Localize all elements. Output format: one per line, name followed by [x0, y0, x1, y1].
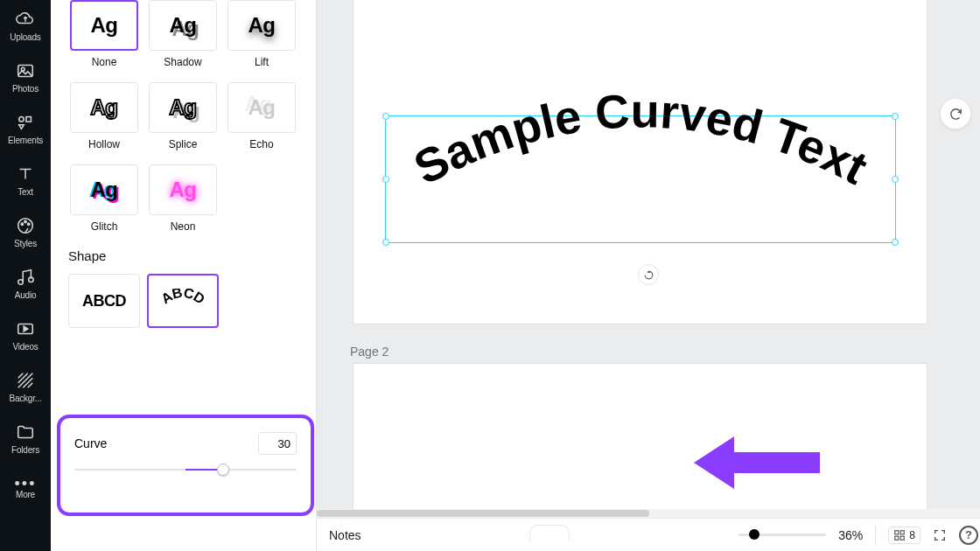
nav-item-videos[interactable]: Videos — [0, 310, 51, 361]
zoom-knob[interactable] — [749, 529, 760, 540]
slider-fill — [186, 469, 217, 471]
nav-item-elements[interactable]: Elements — [0, 103, 51, 155]
shape-heading: Shape — [68, 248, 298, 263]
nav-item-label: Styles — [14, 239, 37, 248]
nav-item-uploads[interactable]: Uploads — [0, 0, 51, 52]
nav-item-label: Videos — [12, 342, 38, 352]
svg-rect-12 — [895, 530, 899, 534]
nav-item-label: Elements — [8, 136, 43, 145]
effect-hollow[interactable]: Ag Hollow — [68, 82, 140, 150]
effect-label: Lift — [255, 56, 269, 68]
nav-item-background[interactable]: Backgr... — [0, 361, 51, 413]
nav-item-photos[interactable]: Photos — [0, 52, 51, 103]
svg-point-7 — [27, 223, 29, 225]
nav-item-label: Backgr... — [9, 394, 41, 403]
canvas-area[interactable]: Sample Curved Text Page 2 — [317, 0, 980, 551]
shape-none[interactable]: ABCD — [68, 274, 140, 328]
effect-echo[interactable]: Ag Echo — [226, 82, 298, 150]
svg-rect-15 — [900, 536, 904, 540]
effect-shadow[interactable]: Ag Shadow — [147, 0, 219, 68]
pages-grid-icon — [893, 529, 906, 541]
effect-sample: Ag — [248, 95, 276, 120]
shape-curve[interactable]: ABCD — [147, 274, 219, 328]
background-icon — [16, 371, 35, 390]
effect-label: Shadow — [164, 56, 201, 68]
page-count: 8 — [909, 529, 915, 541]
nav-item-styles[interactable]: Styles — [0, 206, 51, 258]
rotate-handle[interactable] — [638, 264, 659, 285]
folders-icon — [16, 422, 35, 442]
help-button[interactable]: ? — [959, 526, 978, 545]
page-2[interactable] — [354, 364, 927, 518]
curve-control-highlight: Curve — [57, 415, 314, 516]
effect-label: Splice — [169, 138, 198, 150]
effect-label: Neon — [171, 220, 196, 233]
svg-text:ABCD: ABCD — [158, 289, 206, 306]
tool-sidebar: Uploads Photos Elements Text Styles Audi… — [0, 0, 51, 551]
effect-sample: Ag — [91, 95, 118, 120]
horizontal-scrollbar[interactable] — [317, 509, 980, 518]
nav-item-label: More — [16, 490, 35, 499]
zoom-slider[interactable] — [738, 534, 826, 536]
nav-item-more[interactable]: ••• More — [0, 464, 51, 516]
effects-panel: Ag None Ag Shadow Ag Lift Ag Hollow Ag S… — [51, 0, 317, 551]
svg-point-2 — [19, 117, 24, 122]
text-icon — [16, 164, 35, 184]
nav-item-label: Audio — [15, 290, 37, 300]
curve-slider[interactable] — [74, 469, 297, 471]
nav-item-text[interactable]: Text — [0, 155, 51, 206]
effect-glitch[interactable]: Ag Glitch — [68, 164, 140, 233]
curved-text-element[interactable]: Sample Curved Text — [385, 77, 896, 269]
bottom-bar: Notes 36% 8 ? — [317, 518, 980, 551]
effect-label: Glitch — [91, 220, 118, 233]
curved-abcd-icon: ABCD — [157, 289, 209, 313]
nav-item-label: Photos — [12, 84, 38, 94]
effect-none[interactable]: Ag None — [68, 0, 140, 68]
notes-button[interactable]: Notes — [329, 528, 361, 542]
refresh-icon — [948, 107, 963, 122]
elements-icon — [16, 113, 35, 132]
styles-icon — [16, 216, 35, 235]
page-grid-button[interactable]: 8 — [888, 527, 920, 544]
effect-lift[interactable]: Ag Lift — [226, 0, 298, 68]
effect-sample: Ag — [170, 13, 197, 38]
nav-item-folders[interactable]: Folders — [0, 413, 51, 464]
effect-label: Echo — [249, 138, 273, 150]
fullscreen-icon[interactable] — [933, 528, 947, 542]
curved-text-content: Sample Curved Text — [406, 84, 876, 193]
nav-item-label: Text — [18, 187, 33, 197]
videos-icon — [16, 319, 35, 338]
text-effects-grid: Ag None Ag Shadow Ag Lift Ag Hollow Ag S… — [68, 0, 298, 233]
effect-sample: Ag — [91, 13, 118, 38]
shape-sample: ABCD — [82, 292, 126, 310]
shape-row: ABCD ABCD — [68, 274, 298, 328]
page-tab-pill[interactable] — [529, 525, 570, 541]
svg-point-5 — [21, 223, 23, 225]
curve-label: Curve — [74, 436, 107, 450]
svg-rect-13 — [900, 530, 904, 534]
effect-sample: Ag — [170, 95, 197, 120]
rotate-icon — [643, 269, 654, 281]
more-icon: ••• — [15, 481, 37, 486]
effect-splice[interactable]: Ag Splice — [147, 82, 219, 150]
zoom-value[interactable]: 36% — [838, 528, 863, 542]
scrollbar-thumb[interactable] — [317, 510, 649, 517]
page-2-label: Page 2 — [350, 345, 388, 359]
cloud-upload-icon — [16, 10, 35, 29]
nav-item-audio[interactable]: Audio — [0, 258, 51, 310]
page-refresh-button[interactable] — [940, 98, 971, 129]
effect-label: None — [92, 56, 117, 68]
separator — [875, 526, 876, 545]
svg-text:Sample Curved Text: Sample Curved Text — [406, 84, 876, 193]
slider-knob[interactable] — [217, 464, 229, 476]
effect-sample: Ag — [248, 13, 276, 38]
svg-point-6 — [24, 220, 26, 222]
photos-icon — [16, 61, 35, 80]
nav-item-label: Folders — [11, 445, 39, 455]
svg-rect-3 — [26, 117, 31, 122]
effect-neon[interactable]: Ag Neon — [147, 164, 219, 233]
effect-sample: Ag — [170, 178, 197, 202]
curve-value-input[interactable] — [258, 432, 297, 455]
effect-sample: Ag — [91, 178, 118, 202]
effect-label: Hollow — [88, 138, 120, 150]
